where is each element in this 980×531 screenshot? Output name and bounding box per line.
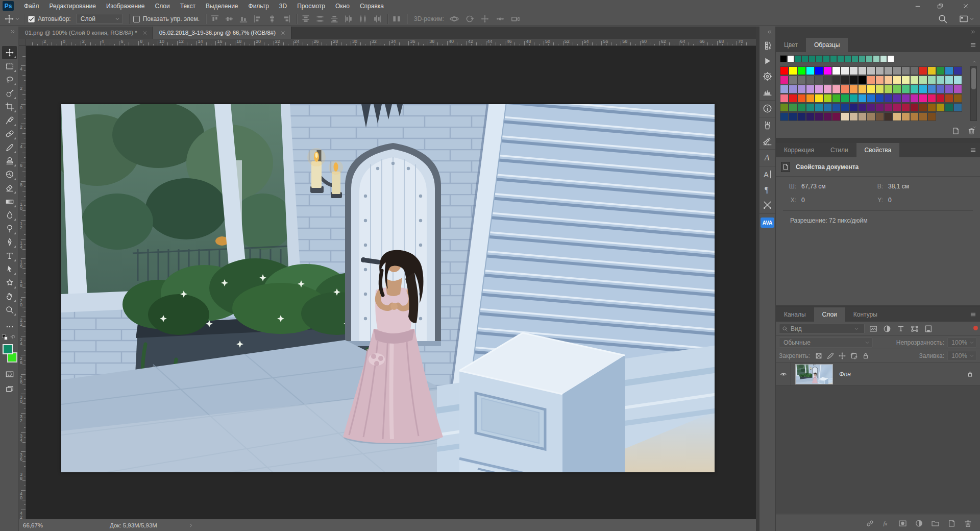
recent-swatch[interactable] (887, 55, 894, 62)
color-swatch[interactable] (875, 85, 884, 93)
color-swatch[interactable] (832, 103, 841, 112)
menu-item-фильтр[interactable]: Фильтр (243, 0, 274, 12)
color-swatch[interactable] (780, 94, 789, 103)
color-swatch[interactable] (815, 76, 823, 84)
screen-mode-button[interactable] (2, 382, 17, 396)
color-swatch[interactable] (780, 66, 789, 75)
lock-brush-icon[interactable] (826, 352, 835, 360)
color-swatch[interactable] (858, 76, 867, 84)
workspace-icon[interactable] (959, 14, 969, 24)
fx-icon[interactable]: fx (881, 519, 891, 528)
link-icon[interactable] (865, 519, 875, 528)
recent-swatch[interactable] (816, 55, 823, 62)
color-swatch[interactable] (789, 85, 797, 93)
color-swatch[interactable] (901, 94, 910, 103)
layer-filter-toggle[interactable] (973, 326, 978, 330)
mask-icon[interactable] (898, 519, 908, 528)
color-swatch[interactable] (867, 76, 875, 84)
menu-item-слои[interactable]: Слои (150, 0, 175, 12)
color-swatch[interactable] (832, 85, 841, 93)
color-swatch[interactable] (919, 76, 927, 84)
color-swatch[interactable] (927, 76, 936, 84)
info-panel-icon[interactable] (762, 103, 773, 114)
layer-row[interactable]: Фон (776, 363, 980, 386)
dist-left-icon[interactable] (344, 14, 354, 24)
recent-swatch[interactable] (801, 55, 808, 62)
menu-item-окно[interactable]: Окно (330, 0, 355, 12)
color-swatch[interactable] (841, 66, 849, 75)
dock-gutter[interactable] (756, 27, 760, 531)
align-top-icon[interactable] (210, 14, 220, 24)
layers-tab-контуры[interactable]: Контуры (845, 307, 886, 322)
chevrons-right-icon[interactable] (970, 29, 976, 35)
actions-panel-icon[interactable] (762, 56, 773, 66)
color-swatch[interactable] (927, 66, 936, 75)
glyphs-panel-icon[interactable]: A (762, 152, 773, 163)
dist-bottom-icon[interactable] (329, 14, 339, 24)
menu-item-файл[interactable]: Файл (19, 0, 44, 12)
dist-right-icon[interactable] (372, 14, 382, 24)
default-colors-icon[interactable] (2, 334, 8, 341)
swatches-tab-образцы[interactable]: Образцы (806, 38, 848, 52)
autoselect-target-dropdown[interactable]: Слой (76, 14, 123, 24)
color-swatch[interactable] (780, 103, 789, 112)
tool-presets-panel-icon[interactable] (762, 200, 773, 210)
recent-swatch[interactable] (787, 55, 794, 62)
new-item-icon[interactable] (951, 127, 960, 135)
layer-visibility-toggle[interactable] (776, 363, 791, 386)
color-swatch[interactable] (780, 112, 789, 121)
recent-swatch[interactable] (844, 55, 851, 62)
distribute-spacing-button[interactable] (391, 14, 402, 24)
color-swatch[interactable] (945, 85, 953, 93)
chevron-down-icon[interactable] (14, 16, 20, 22)
dist-middle-icon[interactable] (315, 14, 325, 24)
crop-tool[interactable] (2, 100, 17, 113)
blur-tool[interactable] (2, 208, 17, 222)
color-swatch[interactable] (789, 66, 797, 75)
histogram-panel-icon[interactable] (762, 86, 773, 97)
color-swatch[interactable] (797, 103, 806, 112)
color-swatch[interactable] (893, 112, 901, 121)
color-swatch[interactable] (945, 94, 953, 103)
swatches-tab-цвет[interactable]: Цвет (776, 38, 806, 52)
opacity-field[interactable]: 100% (947, 337, 977, 348)
color-swatch[interactable] (910, 85, 919, 93)
swatches-scrollbar[interactable] (970, 66, 977, 121)
menu-item-редактирование[interactable]: Редактирование (44, 0, 101, 12)
search-icon[interactable] (938, 14, 948, 24)
roll-3d-icon[interactable] (464, 14, 475, 24)
color-swatch[interactable] (901, 85, 910, 93)
color-swatch[interactable] (893, 76, 901, 84)
lock-all-icon[interactable] (861, 352, 870, 360)
history-brush-tool[interactable] (2, 168, 17, 181)
layers-tab-каналы[interactable]: Каналы (776, 307, 814, 322)
color-swatch[interactable] (806, 76, 815, 84)
color-swatch[interactable] (953, 94, 962, 103)
chevrons-left-icon[interactable] (766, 29, 773, 35)
dist-center-icon[interactable] (358, 14, 368, 24)
lock-frame-icon[interactable] (849, 352, 859, 360)
recent-swatch[interactable] (851, 55, 859, 62)
scroll-up-icon[interactable] (971, 59, 977, 64)
layer-filter-dropdown[interactable]: Вид (779, 324, 865, 334)
color-swatch[interactable] (875, 94, 884, 103)
color-swatch[interactable] (901, 103, 910, 112)
menu-item-просмотр[interactable]: Просмотр (292, 0, 330, 12)
color-swatch[interactable] (867, 85, 875, 93)
character-panel-icon[interactable]: A (762, 169, 773, 180)
ruler-corner[interactable] (19, 39, 26, 46)
color-swatch[interactable] (875, 112, 884, 121)
lock-transparent-icon[interactable] (814, 352, 823, 360)
color-swatch[interactable] (815, 112, 823, 121)
color-swatch[interactable] (815, 94, 823, 103)
clone-stamp-tool[interactable] (2, 154, 17, 167)
drag-3d-icon[interactable] (480, 14, 490, 24)
panel-menu-icon[interactable] (969, 147, 977, 154)
color-swatch[interactable] (945, 76, 953, 84)
restore-button[interactable] (929, 0, 951, 12)
color-swatch[interactable] (936, 94, 945, 103)
ava-plugin-panel-icon[interactable]: AVA (761, 218, 774, 228)
color-swatch[interactable] (910, 94, 919, 103)
layer-name[interactable]: Фон (839, 371, 851, 378)
color-swatch[interactable] (927, 94, 936, 103)
